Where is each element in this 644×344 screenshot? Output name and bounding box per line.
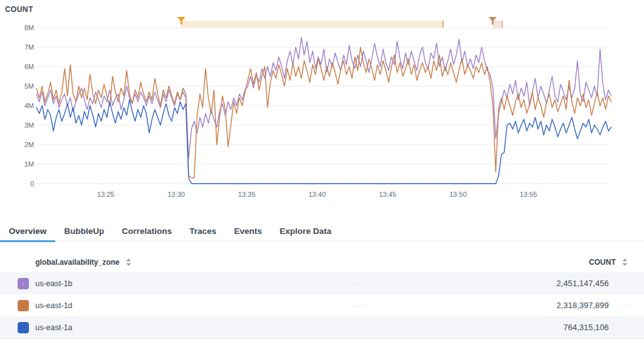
trigger-window-band[interactable] bbox=[182, 21, 444, 28]
active-tab-underline bbox=[0, 240, 55, 242]
count-value: 2,318,397,899 bbox=[557, 301, 609, 310]
x-axis-tick: 13:30 bbox=[167, 191, 185, 198]
tab-traces[interactable]: Traces bbox=[189, 226, 216, 236]
table-row[interactable]: us-east-1b···2,451,147,456··· bbox=[0, 272, 644, 294]
row-menu-ellipsis[interactable]: ··· bbox=[352, 279, 364, 288]
tab-bar: OverviewBubbleUpCorrelationsTracesEvents… bbox=[0, 221, 644, 241]
row-menu-ellipsis[interactable]: ··· bbox=[352, 301, 364, 310]
sort-icon[interactable] bbox=[126, 258, 131, 266]
results-table: global.availability_zone COUNT us-east-1… bbox=[0, 252, 644, 339]
availability-zone-value: us-east-1d bbox=[35, 301, 72, 310]
x-axis-tick: 13:40 bbox=[308, 191, 326, 198]
series-color-swatch bbox=[18, 300, 29, 311]
tab-events[interactable]: Events bbox=[234, 226, 262, 236]
x-axis-tick: 13:35 bbox=[238, 191, 255, 198]
tab-overview[interactable]: Overview bbox=[9, 226, 47, 236]
sort-icon[interactable] bbox=[622, 258, 628, 266]
chart-canvas[interactable]: 01M2M3M4M5M6M7M8M13:2513:3013:3513:4013:… bbox=[0, 0, 644, 203]
y-axis-tick: 5M bbox=[25, 82, 34, 90]
series-color-swatch bbox=[18, 278, 29, 289]
tab-explore-data[interactable]: Explore Data bbox=[279, 226, 331, 236]
x-axis-tick: 13:55 bbox=[520, 191, 538, 198]
table-row[interactable]: us-east-1d···2,318,397,899··· bbox=[0, 294, 644, 316]
trigger-window-edge bbox=[502, 21, 503, 28]
x-axis-tick: 13:50 bbox=[450, 191, 467, 198]
column-header-count[interactable]: COUNT bbox=[589, 258, 616, 267]
y-axis-tick: 7M bbox=[25, 43, 34, 51]
trigger-window-edge bbox=[442, 21, 443, 28]
table-header: global.availability_zone COUNT bbox=[0, 252, 644, 272]
row-actions-ellipsis[interactable]: ··· bbox=[609, 279, 644, 288]
x-axis-tick: 13:25 bbox=[97, 191, 114, 198]
tab-bubbleup[interactable]: BubbleUp bbox=[64, 226, 104, 236]
row-menu-ellipsis[interactable]: ··· bbox=[352, 323, 364, 332]
y-axis-tick: 6M bbox=[25, 63, 34, 70]
y-axis-tick: 4M bbox=[25, 102, 34, 109]
series-line-us-east-1a bbox=[36, 100, 611, 184]
y-axis-tick: 1M bbox=[25, 160, 34, 168]
column-header-availability-zone[interactable]: global.availability_zone bbox=[35, 258, 119, 267]
series-line-us-east-1b bbox=[36, 38, 611, 158]
series-color-swatch bbox=[18, 322, 29, 333]
query-result-panel: COUNT 01M2M3M4M5M6M7M8M13:2513:3013:3513… bbox=[0, 0, 644, 344]
count-value: 2,451,147,456 bbox=[557, 279, 609, 288]
count-value: 764,315,106 bbox=[564, 323, 609, 332]
row-actions-ellipsis[interactable]: ··· bbox=[609, 301, 644, 310]
table-row[interactable]: us-east-1a···764,315,106··· bbox=[0, 316, 644, 338]
y-axis-tick: 3M bbox=[25, 121, 34, 129]
row-actions-ellipsis[interactable]: ··· bbox=[609, 323, 644, 332]
x-axis-tick: 13:45 bbox=[379, 191, 396, 198]
tab-correlations[interactable]: Correlations bbox=[122, 226, 172, 236]
y-axis-tick: 8M bbox=[25, 24, 34, 31]
trigger-window-band[interactable] bbox=[493, 21, 503, 28]
y-axis-tick: 0 bbox=[30, 180, 34, 187]
timeseries-chart[interactable]: COUNT 01M2M3M4M5M6M7M8M13:2513:3013:3513… bbox=[0, 0, 644, 203]
availability-zone-value: us-east-1b bbox=[35, 279, 72, 288]
y-axis-tick: 2M bbox=[25, 141, 34, 148]
availability-zone-value: us-east-1a bbox=[35, 323, 72, 332]
